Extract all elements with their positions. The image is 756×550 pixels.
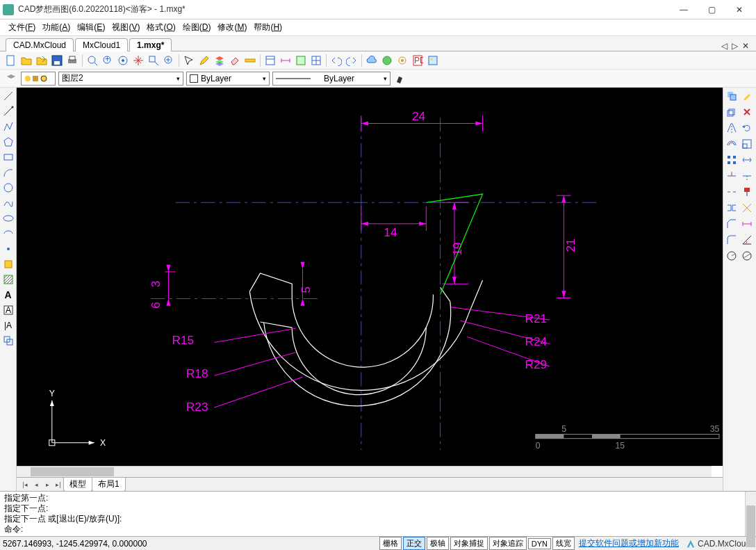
menu-help[interactable]: 帮助(H) bbox=[251, 20, 285, 35]
point-tool-icon[interactable] bbox=[1, 242, 15, 256]
mtext-tool-icon[interactable]: A bbox=[1, 303, 15, 317]
match-prop-icon[interactable] bbox=[740, 89, 754, 103]
canvas-hscrollbar[interactable] bbox=[17, 466, 712, 477]
insert-block-icon[interactable] bbox=[1, 257, 15, 271]
cloud-icon[interactable] bbox=[365, 54, 379, 67]
modeltab-first-icon[interactable]: |◂ bbox=[19, 481, 31, 488]
dim-linear-icon[interactable] bbox=[740, 217, 754, 231]
print-icon[interactable] bbox=[65, 54, 79, 67]
dim-angular-icon[interactable] bbox=[740, 233, 754, 247]
region-tool-icon[interactable] bbox=[1, 334, 15, 348]
dim-diameter-icon[interactable] bbox=[740, 249, 754, 263]
hatch-tool-icon[interactable] bbox=[1, 273, 15, 286]
zoom-previous-icon[interactable] bbox=[162, 54, 176, 67]
tab-model[interactable]: 模型 bbox=[63, 478, 92, 492]
extend-icon[interactable] bbox=[740, 169, 754, 183]
menu-draw[interactable]: 绘图(D) bbox=[180, 20, 214, 35]
tab-scroll-left-icon[interactable]: ◁ bbox=[720, 41, 729, 51]
polyline-tool-icon[interactable] bbox=[1, 120, 15, 134]
zoom-window-icon[interactable] bbox=[147, 54, 161, 67]
polygon-tool-icon[interactable] bbox=[1, 135, 15, 149]
circle-tool-icon[interactable] bbox=[1, 181, 15, 195]
dyn-toggle[interactable]: DYN bbox=[528, 538, 551, 549]
join-icon[interactable] bbox=[725, 201, 739, 215]
menu-format[interactable]: 格式(O) bbox=[144, 20, 178, 35]
maximize-button[interactable]: ▢ bbox=[698, 0, 725, 19]
tab-1mxg[interactable]: 1.mxg* bbox=[129, 38, 172, 51]
redo-icon[interactable] bbox=[345, 54, 359, 67]
array-icon[interactable] bbox=[725, 153, 739, 167]
tab-cadmxcloud[interactable]: CAD.MxCloud bbox=[6, 38, 74, 51]
arc-tool-icon[interactable] bbox=[1, 165, 15, 179]
menu-modify[interactable]: 修改(M) bbox=[215, 20, 249, 35]
drawing-canvas[interactable]: 24 14 19 21 bbox=[17, 88, 723, 466]
offset-icon[interactable] bbox=[725, 137, 739, 151]
lineweight-toggle[interactable]: 线宽 bbox=[552, 537, 575, 550]
stretch-icon[interactable] bbox=[740, 153, 754, 167]
table-icon[interactable] bbox=[309, 54, 323, 67]
command-scrollbar[interactable] bbox=[745, 492, 756, 536]
tab-close-icon[interactable]: ✕ bbox=[741, 41, 750, 51]
color-dropdown[interactable]: ByLayer ▾ bbox=[186, 72, 270, 86]
chamfer-icon[interactable] bbox=[725, 217, 739, 231]
dim-text-icon[interactable]: |A bbox=[1, 318, 15, 332]
eraser-icon[interactable] bbox=[228, 54, 242, 67]
ellipse-arc-tool-icon[interactable] bbox=[1, 227, 15, 241]
rotate-icon[interactable] bbox=[740, 121, 754, 135]
osnap-toggle[interactable]: 对象捕捉 bbox=[450, 537, 488, 550]
close-button[interactable]: ✕ bbox=[725, 0, 753, 19]
minimize-button[interactable]: — bbox=[670, 0, 698, 19]
block-icon[interactable] bbox=[294, 54, 308, 67]
undo-icon[interactable] bbox=[329, 54, 343, 67]
mirror-icon[interactable] bbox=[725, 121, 739, 135]
menu-function[interactable]: 功能(A) bbox=[40, 20, 73, 35]
line-tool-icon[interactable] bbox=[1, 89, 15, 103]
save-icon[interactable] bbox=[50, 54, 64, 67]
properties-icon[interactable] bbox=[263, 54, 277, 67]
open-file-icon[interactable] bbox=[35, 54, 49, 67]
erase-icon[interactable] bbox=[740, 105, 754, 119]
zoom-in-icon[interactable]: + bbox=[101, 54, 115, 67]
snap-grid-toggle[interactable]: 栅格 bbox=[379, 537, 402, 550]
pdf-icon[interactable]: PDF bbox=[411, 54, 425, 67]
move-icon[interactable] bbox=[725, 105, 739, 119]
measure-icon[interactable] bbox=[243, 54, 257, 67]
tab-scroll-right-icon[interactable]: ▷ bbox=[730, 41, 739, 51]
modeltab-next-icon[interactable]: ▸ bbox=[42, 481, 53, 488]
layer-manager-icon[interactable] bbox=[4, 72, 18, 86]
pencil-icon[interactable] bbox=[197, 54, 211, 67]
layer-dropdown[interactable]: 图层2 ▾ bbox=[58, 72, 183, 86]
break-icon[interactable] bbox=[725, 185, 739, 199]
ray-tool-icon[interactable] bbox=[1, 104, 15, 118]
modeltab-last-icon[interactable]: ▸| bbox=[53, 481, 64, 488]
text-tool-icon[interactable]: A bbox=[1, 288, 15, 302]
globe-icon[interactable] bbox=[380, 54, 394, 67]
scale-icon[interactable] bbox=[740, 137, 754, 151]
dim-radius-icon[interactable] bbox=[725, 249, 739, 263]
brush-icon[interactable] bbox=[393, 72, 407, 86]
menu-view[interactable]: 视图(V) bbox=[109, 20, 142, 35]
menu-file[interactable]: 文件(F) bbox=[6, 20, 38, 35]
explode-icon[interactable] bbox=[740, 201, 754, 215]
ortho-toggle[interactable]: 正交 bbox=[403, 537, 425, 550]
select-icon[interactable] bbox=[182, 54, 196, 67]
modeltab-prev-icon[interactable]: ◂ bbox=[31, 481, 42, 488]
zoom-extents-icon[interactable] bbox=[85, 54, 99, 67]
tab-mxcloud1[interactable]: MxCloud1 bbox=[75, 38, 128, 51]
layers-icon[interactable] bbox=[213, 54, 227, 67]
tab-layout1[interactable]: 布局1 bbox=[92, 478, 126, 492]
linetype-dropdown[interactable]: ByLayer ▾ bbox=[272, 72, 391, 86]
zoom-all-icon[interactable] bbox=[116, 54, 130, 67]
otrack-toggle[interactable]: 对象追踪 bbox=[489, 537, 527, 550]
open-folder-icon[interactable] bbox=[19, 54, 33, 67]
copy-icon[interactable] bbox=[725, 89, 739, 103]
pan-icon[interactable] bbox=[131, 54, 145, 67]
polar-toggle[interactable]: 极轴 bbox=[427, 537, 449, 550]
menu-edit[interactable]: 编辑(E) bbox=[74, 20, 108, 35]
trim-icon[interactable] bbox=[725, 169, 739, 183]
rectangle-tool-icon[interactable] bbox=[1, 150, 15, 164]
ellipse-tool-icon[interactable] bbox=[1, 211, 15, 225]
fillet-icon[interactable] bbox=[725, 233, 739, 247]
image-icon[interactable] bbox=[426, 54, 440, 67]
settings-icon[interactable] bbox=[395, 54, 409, 67]
